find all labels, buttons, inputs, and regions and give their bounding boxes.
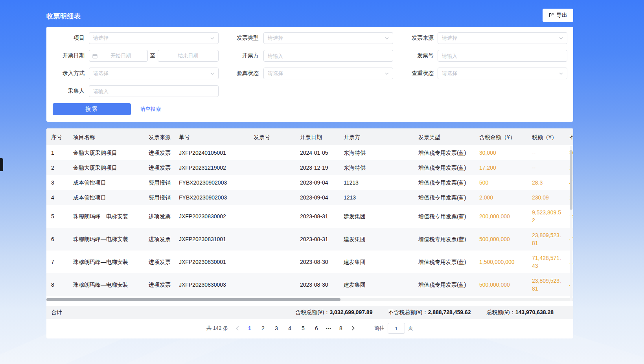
column-header: 发票号 xyxy=(249,128,295,145)
table-cell: 9,523,809.52 xyxy=(527,205,565,228)
table-cell: 11213 xyxy=(339,175,414,190)
invoice-type-label: 发票类型 xyxy=(223,35,259,42)
table-cell: 珠穆朗玛峰—电梯安装 xyxy=(68,228,144,251)
export-icon xyxy=(548,13,554,18)
page-button[interactable]: 4 xyxy=(284,323,295,334)
start-date-input[interactable]: 开始日期 xyxy=(89,50,148,62)
pagination: 共 142 条 123456 ••• 8 前往 页 xyxy=(46,322,573,335)
table-cell: 进项发票 xyxy=(144,160,174,175)
invoice-source-label: 发票来源 xyxy=(398,35,434,42)
table-cell: 2,000 xyxy=(475,190,527,205)
column-header: 不含 xyxy=(565,128,573,145)
page-title: 收票明细表 xyxy=(46,12,81,21)
table-cell xyxy=(249,190,295,205)
chevron-down-icon xyxy=(210,37,214,40)
table-cell: 2023-08-31 xyxy=(295,205,339,228)
table-cell: 2023-09-04 xyxy=(295,175,339,190)
next-page-button[interactable] xyxy=(348,323,359,334)
table-cell: 8 xyxy=(46,273,68,296)
issuer-input[interactable] xyxy=(263,50,393,62)
clear-search-link[interactable]: 清空搜索 xyxy=(140,106,161,113)
table-cell: 增值税专用发票(蓝) xyxy=(414,145,475,160)
end-date-input[interactable]: 结束日期 xyxy=(158,50,219,62)
table-row[interactable]: 6珠穆朗玛峰—电梯安装进项发票JXFP202308310012023-08-31… xyxy=(46,228,573,251)
column-header: 开票方 xyxy=(339,128,414,145)
table-row[interactable]: 3成本管控项目费用报销FYBX202309020032023-09-041121… xyxy=(46,175,573,190)
vertical-scrollbar-thumb[interactable] xyxy=(570,150,572,210)
table-cell: 7 xyxy=(46,251,68,273)
table-row[interactable]: 5珠穆朗玛峰—电梯安装进项发票JXFP202308300022023-08-31… xyxy=(46,205,573,228)
table-cell: 230.09 xyxy=(527,190,565,205)
table-cell: 建发集团 xyxy=(339,251,414,273)
export-button[interactable]: 导出 xyxy=(543,9,573,22)
table-cell: 建发集团 xyxy=(339,273,414,296)
goto-page-input[interactable] xyxy=(388,323,405,334)
invoice-type-select[interactable]: 请选择 xyxy=(263,32,393,44)
table-cell: 23,809,523.81 xyxy=(527,273,565,296)
table-cell: 珠穆朗玛峰—电梯安装 xyxy=(68,251,144,273)
page-button[interactable]: 5 xyxy=(298,323,309,334)
table-cell: JXFP20231219002 xyxy=(174,160,249,175)
table-cell: 6 xyxy=(46,228,68,251)
table-cell: 17,200 xyxy=(475,160,527,175)
table-cell: 进项发票 xyxy=(144,273,174,296)
page-button[interactable]: 3 xyxy=(271,323,282,334)
chevron-down-icon xyxy=(210,72,214,75)
invoice-no-input[interactable] xyxy=(438,50,567,62)
table-cell: 5 xyxy=(46,205,68,228)
side-drawer-handle[interactable] xyxy=(0,158,3,171)
horizontal-scrollbar-thumb[interactable] xyxy=(46,298,340,301)
page-button[interactable]: 2 xyxy=(258,323,269,334)
page-button[interactable]: 6 xyxy=(311,323,322,334)
last-page-button[interactable]: 8 xyxy=(335,323,346,334)
column-header: 发票来源 xyxy=(144,128,174,145)
table-cell: 500,000,000 xyxy=(475,228,527,251)
table-cell: 30,000 xyxy=(475,145,527,160)
table-row[interactable]: 7珠穆朗玛峰—电梯安装进项发票JXFP202308300012023-08-30… xyxy=(46,251,573,273)
table-cell: JXFP20230830003 xyxy=(174,273,249,296)
table-cell: 500 xyxy=(475,175,527,190)
table-cell: 增值税专用发票(蓝) xyxy=(414,273,475,296)
table-cell: 2023-09-04 xyxy=(295,190,339,205)
column-header: 序号 xyxy=(46,128,68,145)
table-row[interactable]: 2金融大厦采购项目进项发票JXFP202312190022023-12-19东海… xyxy=(46,160,573,175)
page-ellipsis[interactable]: ••• xyxy=(323,323,334,334)
collector-label: 采集人 xyxy=(53,88,85,95)
date-range-to-label: 至 xyxy=(148,52,158,59)
table-row[interactable]: 1金融大厦采购项目进项发票JXFP202401050012024-01-05东海… xyxy=(46,145,573,160)
invoice-source-select[interactable]: 请选择 xyxy=(438,32,567,44)
table-cell: 1213 xyxy=(339,190,414,205)
table-cell: 28.3 xyxy=(527,175,565,190)
dup-status-select[interactable]: 请选择 xyxy=(438,68,567,79)
table-cell: 71,428,571.43 xyxy=(527,251,565,273)
project-select[interactable]: 请选择 xyxy=(89,32,219,44)
invoice-date-range: 开始日期 至 结束日期 xyxy=(89,50,219,62)
table-row[interactable]: 4成本管控项目费用报销FYBX202309020032023-09-041213… xyxy=(46,190,573,205)
table-cell: 2 xyxy=(46,160,68,175)
table-cell xyxy=(249,273,295,296)
entry-method-select[interactable]: 请选择 xyxy=(89,68,219,79)
table-cell: 东海特供 xyxy=(339,160,414,175)
chevron-down-icon xyxy=(559,72,563,75)
table-cell: -- xyxy=(527,160,565,175)
prev-page-button[interactable] xyxy=(232,323,243,334)
table-cell: 进项发票 xyxy=(144,205,174,228)
issuer-label: 开票方 xyxy=(223,52,259,59)
table-cell: 2023-08-31 xyxy=(295,228,339,251)
verify-status-select[interactable]: 请选择 xyxy=(263,68,393,79)
table-cell: 2024-01-05 xyxy=(295,145,339,160)
column-header: 单号 xyxy=(174,128,249,145)
calendar-icon xyxy=(92,53,98,59)
table-row[interactable]: 8珠穆朗玛峰—电梯安装进项发票JXFP202308300032023-08-30… xyxy=(46,273,573,296)
goto-label: 前往 xyxy=(374,325,385,332)
collector-input[interactable] xyxy=(89,85,219,97)
search-button[interactable]: 搜索 xyxy=(53,103,131,115)
table-cell: 增值税专用发票(蓝) xyxy=(414,228,475,251)
table-viewport: 序号项目名称发票来源单号发票号开票日期开票方发票类型含税金额（¥）税额（¥）不含… xyxy=(46,128,573,296)
table-cell: 进项发票 xyxy=(144,145,174,160)
invoice-date-label: 开票日期 xyxy=(53,52,85,59)
page-button[interactable]: 1 xyxy=(244,323,255,334)
horizontal-scrollbar[interactable] xyxy=(46,298,573,301)
total-count: 共 142 条 xyxy=(206,325,228,332)
table-cell: JXFP20240105001 xyxy=(174,145,249,160)
